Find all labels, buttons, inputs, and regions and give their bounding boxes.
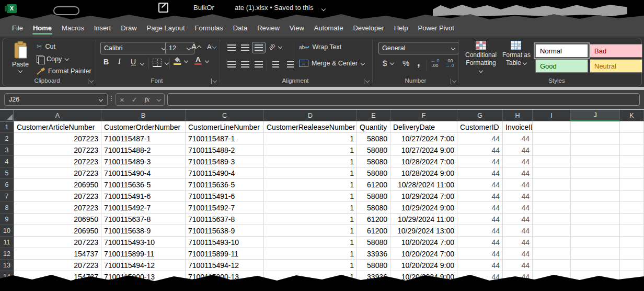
align-center-button[interactable] — [238, 59, 252, 70]
row-header-2[interactable]: 2 — [0, 133, 14, 144]
number-format-select[interactable]: General — [378, 42, 459, 54]
cell-D1[interactable]: CustomerRealeaseNumber — [264, 121, 357, 133]
cell-C11[interactable]: 7100115493-10 — [186, 237, 264, 248]
cell-F5[interactable]: 10/28/2024 9:00 — [390, 167, 457, 179]
cell-K2[interactable] — [620, 133, 644, 144]
enter-icon[interactable]: ✓ — [132, 96, 137, 104]
cell-H2[interactable]: 44 — [503, 133, 533, 144]
cell-J13[interactable] — [571, 260, 620, 271]
cell-C5[interactable]: 7100115490-4 — [186, 167, 264, 179]
cell-H1[interactable]: InvoiceID — [503, 121, 533, 133]
cell-I3[interactable] — [533, 144, 571, 156]
cell-C12[interactable]: 7100115899-11 — [186, 248, 264, 260]
cell-H8[interactable]: 44 — [503, 202, 533, 214]
cell-A1[interactable]: CustomerArticleNumber — [14, 121, 101, 133]
cell-D5[interactable]: 1 — [264, 167, 357, 179]
wrap-text-button[interactable]: ab↩ Wrap Text — [299, 43, 341, 51]
cell-B4[interactable]: 7100115489-3 — [101, 156, 186, 167]
column-header-K[interactable]: K — [620, 110, 644, 121]
cell-E12[interactable]: 33936 — [357, 248, 390, 260]
cell-E1[interactable]: Quantity — [357, 121, 390, 133]
cell-F12[interactable]: 10/20/2024 7:00 — [390, 248, 457, 260]
cell-A10[interactable]: 206950 — [14, 225, 101, 237]
cell-I11[interactable] — [533, 237, 571, 248]
column-header-I[interactable]: I — [533, 110, 571, 121]
cell-J1[interactable] — [571, 121, 620, 133]
cell-D7[interactable]: 1 — [264, 191, 357, 202]
decrease-indent-button[interactable] — [269, 59, 282, 70]
cell-G10[interactable]: 44 — [457, 225, 503, 237]
increase-decimal-button[interactable]: ←.0 .00 — [431, 59, 440, 68]
decrease-decimal-button[interactable]: .00 →.0 — [445, 59, 454, 68]
cell-D2[interactable]: 1 — [264, 133, 357, 144]
cell-H12[interactable]: 44 — [503, 248, 533, 260]
cell-G7[interactable]: 44 — [457, 191, 503, 202]
menu-tab-insert[interactable]: Insert — [94, 24, 112, 37]
cell-D12[interactable]: 1 — [264, 248, 357, 260]
cell-F10[interactable]: 10/29/2024 13:00 — [390, 225, 457, 237]
cell-F11[interactable]: 10/20/2024 7:00 — [390, 237, 457, 248]
cell-C13[interactable]: 7100115494-12 — [186, 260, 264, 271]
cell-style-neutral[interactable]: Neutral — [590, 59, 642, 73]
cell-G1[interactable]: CustomerID — [457, 121, 503, 133]
cell-H4[interactable]: 44 — [503, 156, 533, 167]
cell-E5[interactable]: 58080 — [357, 167, 390, 179]
menu-tab-data[interactable]: Data — [233, 24, 248, 37]
copy-button[interactable]: Copy — [37, 55, 69, 63]
merge-center-button[interactable]: ↔ Merge & Center — [299, 60, 365, 67]
cell-F2[interactable]: 10/27/2024 7:00 — [390, 133, 457, 144]
cell-K8[interactable] — [620, 202, 644, 214]
cell-F8[interactable]: 10/29/2024 9:00 — [390, 202, 457, 214]
cell-E10[interactable]: 61200 — [357, 225, 390, 237]
cell-F7[interactable]: 10/29/2024 7:00 — [390, 191, 457, 202]
cell-G4[interactable]: 44 — [457, 156, 503, 167]
align-bottom-button[interactable] — [252, 42, 266, 53]
row-header-13[interactable]: 13 — [0, 260, 14, 271]
cell-G13[interactable]: 44 — [457, 260, 503, 271]
cell-J12[interactable] — [571, 248, 620, 260]
cell-B2[interactable]: 7100115487-1 — [101, 133, 186, 144]
cell-C7[interactable]: 7100115491-6 — [186, 191, 264, 202]
font-color-button[interactable]: A — [194, 57, 209, 65]
cell-H10[interactable]: 44 — [503, 225, 533, 237]
cell-A11[interactable]: 207223 — [14, 237, 101, 248]
percent-style-button[interactable]: % — [402, 59, 409, 68]
cell-D13[interactable]: 1 — [264, 260, 357, 271]
cell-E6[interactable]: 61200 — [357, 179, 390, 191]
cell-K7[interactable] — [620, 191, 644, 202]
cell-I1[interactable] — [533, 121, 571, 133]
cancel-icon[interactable]: × — [120, 95, 124, 104]
cell-H13[interactable]: 44 — [503, 260, 533, 271]
cell-E7[interactable]: 58080 — [357, 191, 390, 202]
cell-I8[interactable] — [533, 202, 571, 214]
cell-A3[interactable]: 207223 — [14, 144, 101, 156]
cell-A7[interactable]: 207223 — [14, 191, 101, 202]
cell-D8[interactable]: 1 — [264, 202, 357, 214]
cell-E3[interactable]: 58080 — [357, 144, 390, 156]
cell-J6[interactable] — [571, 179, 620, 191]
cell-D4[interactable]: 1 — [264, 156, 357, 167]
cell-A2[interactable]: 207223 — [14, 133, 101, 144]
cell-F1[interactable]: DeliveryDate — [390, 121, 457, 133]
cell-H3[interactable]: 44 — [503, 144, 533, 156]
cell-I9[interactable] — [533, 214, 571, 225]
cell-G9[interactable]: 44 — [457, 214, 503, 225]
cell-J5[interactable] — [571, 167, 620, 179]
align-right-button[interactable] — [252, 59, 266, 70]
font-name-select[interactable]: Calibri — [100, 42, 169, 54]
cell-I5[interactable] — [533, 167, 571, 179]
cell-K12[interactable] — [620, 248, 644, 260]
cell-I7[interactable] — [533, 191, 571, 202]
cell-E2[interactable]: 58080 — [357, 133, 390, 144]
cell-A5[interactable]: 207223 — [14, 167, 101, 179]
cell-J10[interactable] — [571, 225, 620, 237]
menu-tab-view[interactable]: View — [289, 24, 305, 37]
column-header-C[interactable]: C — [186, 110, 264, 121]
menu-tab-draw[interactable]: Draw — [120, 24, 137, 37]
number-dialog-launcher-icon[interactable] — [451, 79, 456, 84]
cell-I6[interactable] — [533, 179, 571, 191]
cell-J8[interactable] — [571, 202, 620, 214]
fx-chevron-down-icon[interactable] — [157, 98, 160, 102]
formula-input[interactable] — [167, 93, 640, 106]
cell-C6[interactable]: 7100115636-5 — [186, 179, 264, 191]
